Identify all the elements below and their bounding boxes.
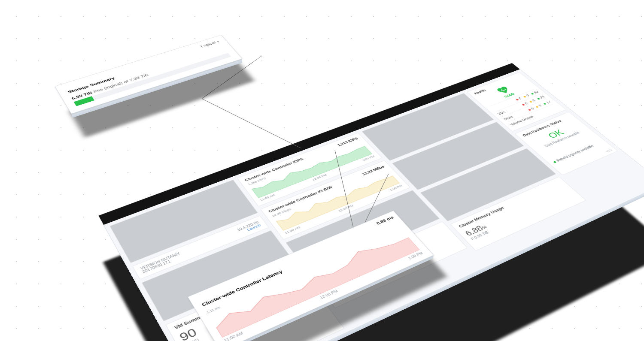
version-card: VERSION NUTANIX 20170830.171 10.4.220.80…: [132, 215, 269, 279]
resiliency-yes: YES: [605, 148, 613, 153]
memory-unit: %: [481, 225, 489, 230]
rebuild-label: Rebuild capacity available: [556, 145, 595, 163]
launch-label[interactable]: Launch: [238, 223, 261, 235]
version-label: VERSION NUTANIX: [140, 252, 180, 271]
svg-line-1: [202, 99, 301, 148]
version-value: 20170830.171: [142, 255, 183, 274]
memory-value: 6.88: [463, 224, 485, 238]
launch-ip: 10.4.220.80: [236, 220, 259, 232]
